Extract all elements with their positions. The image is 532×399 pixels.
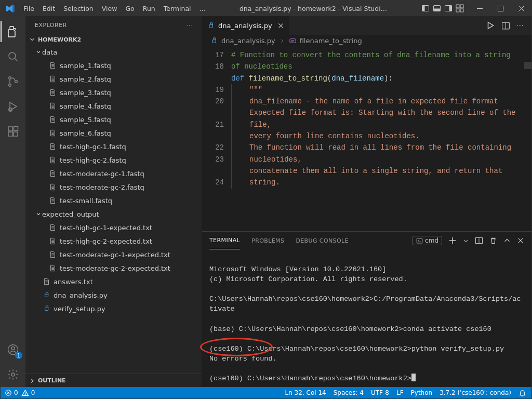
window-close-button[interactable] xyxy=(511,1,531,16)
svg-rect-21 xyxy=(8,132,12,136)
activity-explorer[interactable] xyxy=(1,19,25,44)
folder-data[interactable]: data xyxy=(25,45,202,59)
menu-go[interactable]: Go xyxy=(121,1,138,16)
file-row[interactable]: test-moderate-gc-2-expected.txt xyxy=(25,261,202,275)
terminal-line: (base) C:\Users\Hannah\repos\cse160\home… xyxy=(209,325,491,333)
outline-section[interactable]: OUTLINE xyxy=(25,374,202,387)
chevron-down-icon xyxy=(35,211,42,217)
file-row[interactable]: test-moderate-gc-2.fastq xyxy=(25,180,202,194)
explorer-root[interactable]: HOMEWORK2 xyxy=(25,34,202,45)
file-row[interactable]: test-high-gc-2.fastq xyxy=(25,153,202,167)
folder-expected-output[interactable]: expected_output xyxy=(25,207,202,221)
file-row[interactable]: test-small.fastq xyxy=(25,194,202,207)
file-row[interactable]: test-high-gc-2-expected.txt xyxy=(25,234,202,248)
window-maximize-button[interactable] xyxy=(490,1,511,16)
window-minimize-button[interactable] xyxy=(469,1,490,16)
split-terminal-icon[interactable] xyxy=(475,236,483,245)
menu-view[interactable]: View xyxy=(98,1,122,16)
file-row[interactable]: sample_4.fastq xyxy=(25,99,202,113)
terminal-profile-selector[interactable]: cmd xyxy=(413,236,442,245)
line-number-gutter: 17 18 19 20 21 22 23 24 xyxy=(202,47,231,231)
svg-point-25 xyxy=(11,347,15,350)
chevron-down-icon[interactable] xyxy=(463,238,469,244)
file-icon xyxy=(48,143,58,150)
file-row[interactable]: sample_6.fastq xyxy=(25,126,202,140)
panel-tab-problems[interactable]: PROBLEMS xyxy=(251,232,284,249)
panel-tab-debug-console[interactable]: DEBUG CONSOLE xyxy=(296,232,349,249)
menu-selection[interactable]: Selection xyxy=(59,1,98,16)
svg-point-75 xyxy=(46,292,47,294)
file-icon xyxy=(48,89,58,96)
file-row[interactable]: sample_5.fastq xyxy=(25,113,202,126)
file-row[interactable]: test-high-gc-1.fastq xyxy=(25,140,202,153)
run-file-icon[interactable] xyxy=(486,21,495,30)
status-errors[interactable]: 0 xyxy=(5,389,18,396)
menu-overflow[interactable]: … xyxy=(195,1,211,16)
svg-point-16 xyxy=(9,77,11,79)
file-icon xyxy=(48,224,58,231)
terminal[interactable]: Microsoft Windows [Version 10.0.22621.16… xyxy=(202,249,531,399)
file-row-python[interactable]: verify_setup.py xyxy=(25,302,202,315)
file-label: sample_2.fastq xyxy=(60,75,111,83)
menu-terminal[interactable]: Terminal xyxy=(159,1,195,16)
file-label: test-moderate-gc-2.fastq xyxy=(60,183,144,191)
code-editor[interactable]: 17 18 19 20 21 22 23 24 # Function to co… xyxy=(202,47,531,231)
file-icon xyxy=(48,170,58,177)
activity-source-control[interactable] xyxy=(1,69,25,94)
split-editor-icon[interactable] xyxy=(501,21,510,30)
line-number: 23 xyxy=(202,154,224,177)
customize-layout-icon[interactable] xyxy=(456,4,464,12)
svg-point-77 xyxy=(210,23,211,24)
editor-scrollbar[interactable] xyxy=(524,47,531,231)
toggle-sidebar-left-icon[interactable] xyxy=(421,4,430,12)
toggle-panel-icon[interactable] xyxy=(433,4,441,12)
file-label: sample_3.fastq xyxy=(60,89,111,97)
folder-label: data xyxy=(42,48,57,56)
file-icon xyxy=(48,75,58,83)
root-label: HOMEWORK2 xyxy=(38,36,81,43)
activity-run-debug[interactable] xyxy=(1,94,25,119)
file-icon xyxy=(48,102,58,110)
file-icon xyxy=(48,251,58,258)
activity-search[interactable] xyxy=(1,44,25,69)
maximize-panel-icon[interactable] xyxy=(503,237,511,244)
file-row[interactable]: sample_2.fastq xyxy=(25,72,202,86)
code-line: Expected file format is: Starting with t… xyxy=(249,109,520,128)
file-row[interactable]: test-moderate-gc-1-expected.txt xyxy=(25,248,202,261)
editor-tab-active[interactable]: dna_analysis.py xyxy=(202,16,290,35)
code-line: concatenate them all into a single strin… xyxy=(249,167,507,187)
kill-terminal-icon[interactable] xyxy=(489,237,497,245)
close-icon[interactable] xyxy=(277,22,284,29)
menu-file[interactable]: File xyxy=(19,1,38,16)
activity-accounts[interactable]: 1 xyxy=(1,337,25,362)
activity-extensions[interactable] xyxy=(1,119,25,144)
toggle-sidebar-right-icon[interactable] xyxy=(444,4,453,12)
status-errors-count: 0 xyxy=(14,389,18,396)
panel-tab-terminal[interactable]: TERMINAL xyxy=(209,232,240,249)
menu-edit[interactable]: Edit xyxy=(38,1,59,16)
svg-rect-20 xyxy=(8,127,12,131)
close-panel-icon[interactable] xyxy=(517,237,524,244)
file-icon xyxy=(48,156,58,164)
menu-run[interactable]: Run xyxy=(139,1,159,16)
activity-settings[interactable] xyxy=(1,362,25,387)
folder-label: expected_output xyxy=(42,210,99,218)
file-row[interactable]: answers.txt xyxy=(25,275,202,288)
file-row[interactable]: test-moderate-gc-1.fastq xyxy=(25,167,202,180)
code-token: dna_filename xyxy=(331,74,384,83)
editor-more-icon[interactable]: ··· xyxy=(516,22,524,30)
file-label: verify_setup.py xyxy=(54,305,105,313)
new-terminal-icon[interactable] xyxy=(448,236,457,245)
file-row-python[interactable]: dna_analysis.py xyxy=(25,288,202,302)
bottom-panel: TERMINAL PROBLEMS DEBUG CONSOLE cmd xyxy=(202,231,531,387)
outline-label: OUTLINE xyxy=(38,377,66,384)
code-content[interactable]: # Function to convert the contents of dn… xyxy=(231,47,531,231)
file-row[interactable]: test-high-gc-1-expected.txt xyxy=(25,221,202,234)
file-row[interactable]: sample_1.fastq xyxy=(25,59,202,72)
status-warnings[interactable]: 0 xyxy=(21,389,35,397)
breadcrumb[interactable]: dna_analysis.py filename_to_string xyxy=(202,35,531,47)
file-row[interactable]: sample_3.fastq xyxy=(25,86,202,99)
code-line: """ xyxy=(249,86,262,94)
explorer-more-icon[interactable]: ··· xyxy=(187,22,194,29)
file-label: answers.txt xyxy=(54,278,93,286)
